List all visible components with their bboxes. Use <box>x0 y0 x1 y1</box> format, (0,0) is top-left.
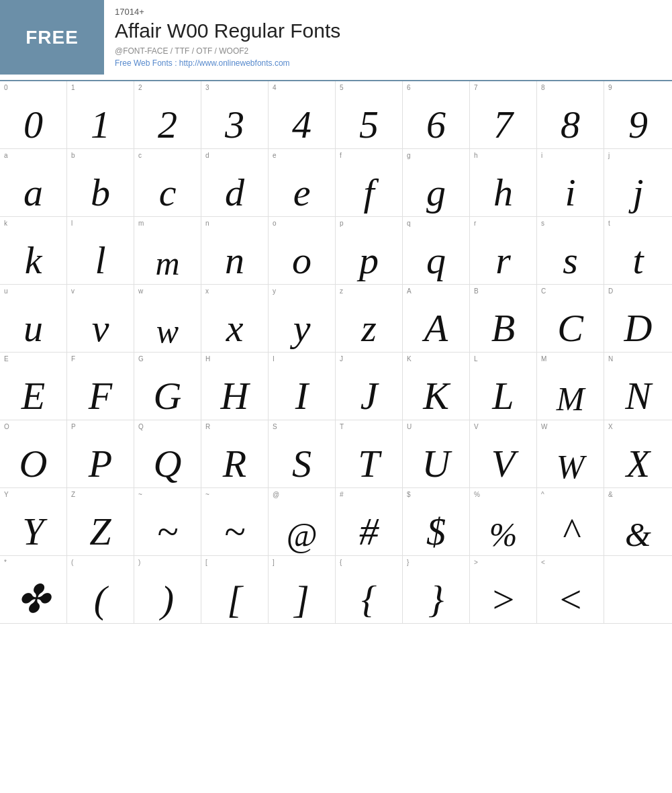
glyph-char: l <box>95 241 105 280</box>
glyph-char: } <box>428 580 444 619</box>
glyph-label: s <box>541 220 544 227</box>
glyph-char: 9 <box>628 105 648 144</box>
glyph-cell: ## <box>336 488 403 555</box>
glyph-cell: KK <box>403 353 470 420</box>
glyph-cell: nn <box>201 217 269 284</box>
glyph-label: # <box>340 491 344 498</box>
header-info: 17014+ Affair W00 Regular Fonts @FONT-FA… <box>104 0 351 75</box>
glyph-label: & <box>608 491 613 498</box>
glyph-char: A <box>424 309 448 348</box>
glyph-char: V <box>491 445 515 483</box>
glyph-char: E <box>21 377 45 416</box>
glyph-cell: MM <box>537 353 604 420</box>
glyph-char: m <box>155 246 179 280</box>
glyph-label: * <box>4 559 7 566</box>
glyph-cell: *✤ <box>0 556 67 623</box>
glyph-cell: II <box>269 353 336 420</box>
glyph-label: F <box>71 355 75 363</box>
glyph-char: t <box>632 241 643 280</box>
glyph-char: z <box>361 309 377 348</box>
glyph-char: g <box>426 173 446 212</box>
font-link[interactable]: Free Web Fonts : http://www.onlinewebfon… <box>115 58 340 68</box>
glyph-char: L <box>492 377 514 416</box>
glyph-label: ~ <box>138 491 142 498</box>
glyph-char: ~ <box>157 512 178 551</box>
glyph-cell: rr <box>470 217 537 284</box>
glyph-cell: 44 <box>269 81 336 148</box>
glyph-char: ✤ <box>17 580 50 619</box>
glyph-label: B <box>474 287 479 295</box>
glyph-label: t <box>608 220 610 227</box>
glyph-row: aabbccddeeffgghhiijj <box>0 149 672 217</box>
glyph-cell: oo <box>269 217 336 284</box>
glyph-char: W <box>557 450 585 483</box>
glyph-char: ) <box>161 580 174 619</box>
glyph-char: v <box>92 309 109 348</box>
glyph-cell: ss <box>537 217 604 284</box>
glyph-cell: WW <box>537 420 604 487</box>
glyph-cell: ee <box>269 149 336 216</box>
glyph-row: kkllmmnnooppqqrrsstt <box>0 217 672 285</box>
glyph-cell: OO <box>0 420 67 487</box>
glyph-label: L <box>474 355 478 363</box>
glyph-label: ] <box>273 559 275 566</box>
glyph-label: o <box>273 220 277 227</box>
glyph-label: R <box>205 423 210 430</box>
glyph-cell: 88 <box>537 81 604 148</box>
glyph-char: B <box>491 309 515 348</box>
glyph-cell: PP <box>67 420 134 487</box>
glyph-cell: {{ <box>336 556 403 623</box>
glyph-cell: $$ <box>403 488 470 555</box>
glyph-char: p <box>359 241 379 280</box>
glyph-label: r <box>474 220 476 227</box>
free-badge: FREE <box>0 0 104 75</box>
glyph-cell: ^^ <box>537 488 604 555</box>
glyph-char: P <box>89 445 112 483</box>
glyph-label: ( <box>71 559 73 566</box>
glyph-cell: uu <box>0 285 67 352</box>
glyph-cell: LL <box>470 353 537 420</box>
glyph-label: 2 <box>138 84 142 91</box>
glyph-label: $ <box>407 491 411 498</box>
glyph-label: Q <box>138 423 144 430</box>
glyph-char: 5 <box>359 105 379 144</box>
glyph-char: r <box>495 241 511 280</box>
glyph-char: d <box>225 173 244 212</box>
glyph-cell: 66 <box>403 81 470 148</box>
glyph-cell: pp <box>336 217 403 284</box>
glyph-label: Y <box>4 491 9 498</box>
glyph-cell: && <box>604 488 672 555</box>
glyph-cell: HH <box>201 353 269 420</box>
glyph-char: 7 <box>493 105 513 144</box>
glyph-label: 1 <box>71 84 75 91</box>
glyph-char: < <box>557 580 583 619</box>
glyph-char: 3 <box>225 105 244 144</box>
glyph-label: X <box>608 423 613 430</box>
glyph-cell: 33 <box>201 81 269 148</box>
glyph-char: [ <box>227 580 242 619</box>
glyph-label: M <box>541 355 546 363</box>
glyph-char: R <box>223 445 246 483</box>
glyph-label: a <box>4 152 8 159</box>
glyph-label: 6 <box>407 84 411 91</box>
glyph-cell: ww <box>134 285 201 352</box>
glyph-label: j <box>608 152 610 159</box>
glyph-label: 7 <box>474 84 478 91</box>
glyph-label: k <box>4 220 7 227</box>
glyph-char: 6 <box>426 105 446 144</box>
glyph-cell: bb <box>67 149 134 216</box>
glyph-char: 4 <box>292 105 311 144</box>
glyph-char: I <box>295 377 308 416</box>
glyph-cell: TT <box>336 420 403 487</box>
glyph-label: I <box>273 355 275 363</box>
glyph-label: 8 <box>541 84 545 91</box>
glyph-cell: @@ <box>269 488 336 555</box>
glyph-char: T <box>358 445 379 483</box>
glyph-cell: jj <box>604 149 672 216</box>
glyph-cell: aa <box>0 149 67 216</box>
glyph-label: e <box>273 152 277 159</box>
glyph-char: X <box>626 445 650 483</box>
glyph-label: K <box>407 355 412 363</box>
glyph-char: c <box>159 173 177 212</box>
glyph-cell: AA <box>403 285 470 352</box>
